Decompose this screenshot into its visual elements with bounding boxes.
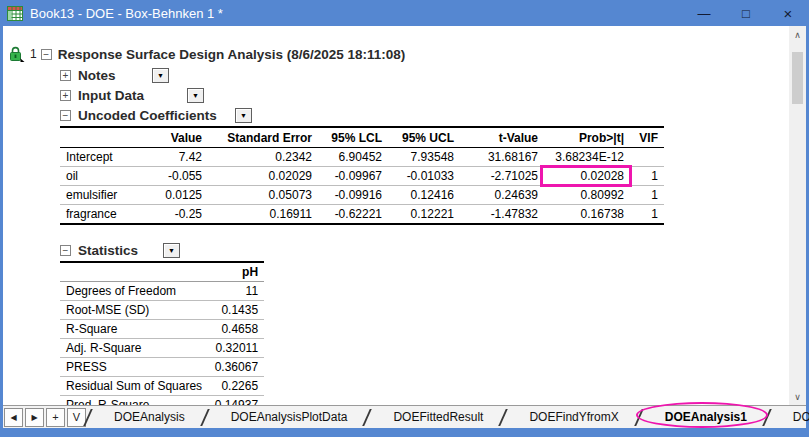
stat-value: 0.32011	[208, 339, 264, 358]
stats-row: PRESS 0.36067	[60, 358, 264, 377]
tree-item-statistics: − Statistics ▼	[60, 241, 806, 259]
stats-row: Degrees of Freedom 11	[60, 282, 264, 301]
chevron-down-icon: ▼	[240, 112, 247, 119]
cell-ucl: -0.01033	[388, 167, 460, 186]
lock-icon[interactable]	[8, 46, 25, 62]
statistics-dropdown-button[interactable]: ▼	[163, 243, 180, 258]
cell-lcl: -0.09967	[318, 167, 388, 186]
report-sheet: 1 − Response Surface Design Analysis (8/…	[3, 26, 806, 405]
stat-value: 0.14937	[208, 396, 264, 406]
tab-doeanalysis1-active[interactable]: DOEAnalysis1	[646, 406, 766, 428]
cell-value: -0.25	[148, 205, 208, 225]
tab-doefindyfromx[interactable]: DOEFindYfromX	[510, 406, 637, 428]
notes-dropdown-button[interactable]: ▼	[152, 68, 169, 83]
plus-icon: +	[52, 412, 58, 423]
column-header-lcl: 95% LCL	[318, 127, 388, 148]
stat-value: 0.2265	[208, 377, 264, 396]
row-label: Intercept	[60, 148, 148, 167]
cell-std-error: 0.2342	[208, 148, 318, 167]
chevron-down-icon: ▼	[168, 247, 175, 254]
stat-value: 0.4658	[208, 320, 264, 339]
input-data-dropdown-button[interactable]: ▼	[187, 88, 204, 103]
app-window: Book13 - DOE - Box-Behnken 1 * — □ × 1 −	[0, 0, 809, 437]
node-index: 1	[30, 47, 37, 61]
column-header-ph: pH	[208, 262, 264, 282]
tab-doeanalysis[interactable]: DOEAnalysis	[95, 406, 204, 428]
stat-label: Residual Sum of Squares	[60, 377, 208, 396]
scroll-up-icon[interactable]: ∧	[789, 26, 806, 43]
cell-ucl: 0.12221	[388, 205, 460, 225]
scroll-down-icon[interactable]: ∨	[789, 388, 806, 405]
table-row-intercept: Intercept 7.42 0.2342 6.90452 7.93548 31…	[60, 148, 664, 167]
collapse-toggle-root[interactable]: −	[41, 49, 52, 60]
column-header-ucl: 95% UCL	[388, 127, 460, 148]
cell-prob-highlighted: 0.02028	[544, 167, 630, 186]
stat-label: Pred. R-Square	[60, 396, 208, 406]
stats-row: Root-MSE (SD) 0.1435	[60, 301, 264, 320]
column-header-value: Value	[148, 127, 208, 148]
report-title: Response Surface Design Analysis (8/6/20…	[58, 47, 406, 62]
column-header-vif: VIF	[630, 127, 664, 148]
cell-prob: 0.80992	[544, 186, 630, 205]
stat-value: 0.36067	[208, 358, 264, 377]
row-label: fragrance	[60, 205, 148, 225]
cell-ucl: 0.12416	[388, 186, 460, 205]
stats-row: Adj. R-Square 0.32011	[60, 339, 264, 358]
cell-lcl: 6.90452	[318, 148, 388, 167]
worksheet-icon	[7, 6, 23, 21]
collapse-toggle-statistics[interactable]: −	[60, 245, 71, 256]
column-header-prob: Prob>|t|	[544, 127, 630, 148]
uncoded-coefficients-label: Uncoded Coefficients	[78, 108, 235, 123]
collapse-toggle-uncoded[interactable]: −	[60, 110, 71, 121]
stats-row: Residual Sum of Squares 0.2265	[60, 377, 264, 396]
cell-vif	[630, 148, 664, 167]
tab-doefittedresult[interactable]: DOEFittedResult	[374, 406, 502, 428]
cell-std-error: 0.02029	[208, 167, 318, 186]
cell-std-error: 0.16911	[208, 205, 318, 225]
cell-t-value: -2.71025	[460, 167, 544, 186]
expand-toggle-input-data[interactable]: +	[60, 90, 71, 101]
stat-value: 11	[208, 282, 264, 301]
window-titlebar[interactable]: Book13 - DOE - Box-Behnken 1 * — □ ×	[0, 0, 809, 26]
sheet-tab-bar: ◀ ▶ + V DOEAnalysis DOEAnalysisPlotData …	[3, 405, 806, 428]
column-header-std-error: Standard Error	[208, 127, 318, 148]
cell-value: 7.42	[148, 148, 208, 167]
triangle-right-icon: ▶	[31, 413, 37, 422]
stats-row: Pred. R-Square 0.14937	[60, 396, 264, 406]
corner-header	[60, 262, 208, 282]
expand-toggle-notes[interactable]: +	[60, 70, 71, 81]
cell-vif: 1	[630, 186, 664, 205]
input-data-label: Input Data	[78, 88, 187, 103]
minimize-button[interactable]: —	[683, 0, 725, 26]
tab-doeanalysisplotdata1[interactable]: DOEAnalysisPlotData1	[774, 406, 809, 428]
stat-label: Degrees of Freedom	[60, 282, 208, 301]
tree-item-notes: + Notes ▼	[60, 66, 806, 84]
stat-label: Root-MSE (SD)	[60, 301, 208, 320]
table-row-fragrance: fragrance -0.25 0.16911 -0.62221 0.12221…	[60, 205, 664, 225]
add-sheet-button[interactable]: +	[46, 408, 65, 427]
cell-lcl: -0.09916	[318, 186, 388, 205]
maximize-button[interactable]: □	[725, 0, 767, 26]
cell-lcl: -0.62221	[318, 205, 388, 225]
stat-label: R-Square	[60, 320, 208, 339]
row-label: emulsifier	[60, 186, 148, 205]
cell-value: -0.055	[148, 167, 208, 186]
cell-vif: 1	[630, 167, 664, 186]
close-button[interactable]: ×	[767, 0, 809, 26]
window-title: Book13 - DOE - Box-Behnken 1 *	[30, 6, 223, 21]
tab-nav-left-button[interactable]: ◀	[4, 408, 23, 427]
uncoded-dropdown-button[interactable]: ▼	[235, 108, 252, 123]
cell-prob: 3.68234E-12	[544, 148, 630, 167]
cell-t-value: 0.24639	[460, 186, 544, 205]
scrollbar-thumb[interactable]	[792, 52, 803, 104]
tab-nav-right-button[interactable]: ▶	[25, 408, 44, 427]
cell-std-error: 0.05073	[208, 186, 318, 205]
table-row-emulsifier: emulsifier 0.0125 0.05073 -0.09916 0.124…	[60, 186, 664, 205]
table-row-oil: oil -0.055 0.02029 -0.09967 -0.01033 -2.…	[60, 167, 664, 186]
tree-item-uncoded-coefficients: − Uncoded Coefficients ▼	[60, 106, 806, 124]
tab-doeanalysisplotdata[interactable]: DOEAnalysisPlotData	[212, 406, 367, 428]
cell-t-value: -1.47832	[460, 205, 544, 225]
cell-prob: 0.16738	[544, 205, 630, 225]
vertical-scrollbar[interactable]: ∧ ∨	[789, 26, 806, 405]
corner-header	[60, 127, 148, 148]
